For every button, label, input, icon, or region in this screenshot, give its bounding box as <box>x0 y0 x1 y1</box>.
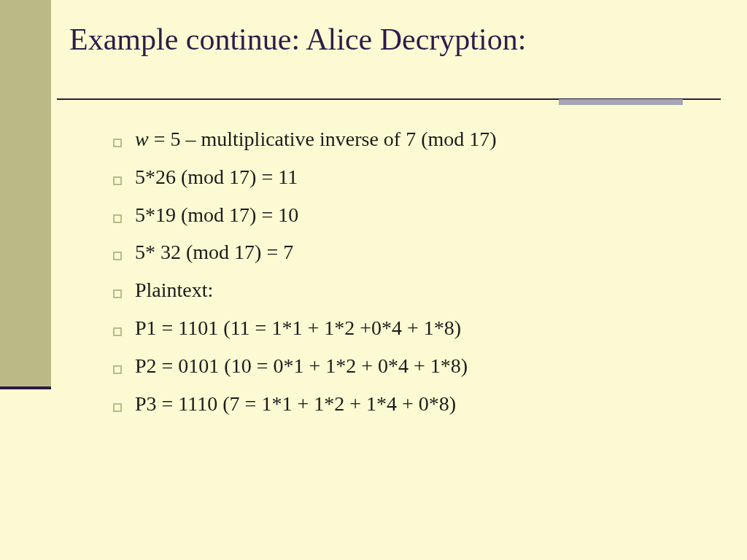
bullet-square-icon <box>113 176 122 185</box>
bullet-square-icon <box>113 252 122 260</box>
bullet-text: 5*26 (mod 17) = 11 <box>135 163 298 191</box>
list-item: 5*26 (mod 17) = 11 <box>113 163 497 191</box>
bullet-square-icon <box>113 289 122 298</box>
left-sidebar-decoration <box>0 0 51 386</box>
bullet-square-icon <box>113 139 122 147</box>
list-item: P3 = 1110 (7 = 1*1 + 1*2 + 1*4 + 0*8) <box>113 390 497 418</box>
bullet-text: 5* 32 (mod 17) = 7 <box>135 238 293 266</box>
bullet-text: P2 = 0101 (10 = 0*1 + 1*2 + 0*4 + 1*8) <box>135 352 468 380</box>
bullet-text: P1 = 1101 (11 = 1*1 + 1*2 +0*4 + 1*8) <box>135 314 461 342</box>
list-item: P1 = 1101 (11 = 1*1 + 1*2 +0*4 + 1*8) <box>113 314 497 342</box>
list-item: P2 = 0101 (10 = 0*1 + 1*2 + 0*4 + 1*8) <box>113 352 497 380</box>
slide-title: Example continue: Alice Decryption: <box>69 22 526 57</box>
bullet-text: 5*19 (mod 17) = 10 <box>135 201 298 229</box>
list-item: 5*19 (mod 17) = 10 <box>113 201 497 229</box>
bullet-list: w = 5 – multiplicative inverse of 7 (mod… <box>113 125 497 427</box>
list-item: Plaintext: <box>113 276 497 304</box>
bullet-square-icon <box>113 403 122 412</box>
title-underline-accent <box>559 99 683 105</box>
bullet-square-icon <box>113 365 122 374</box>
bullet-text: P3 = 1110 (7 = 1*1 + 1*2 + 1*4 + 0*8) <box>135 390 456 418</box>
bullet-square-icon <box>113 214 122 223</box>
list-item: 5* 32 (mod 17) = 7 <box>113 238 497 266</box>
left-dash-decoration <box>0 386 51 389</box>
list-item: w = 5 – multiplicative inverse of 7 (mod… <box>113 125 497 153</box>
bullet-square-icon <box>113 327 122 336</box>
bullet-text: w = 5 – multiplicative inverse of 7 (mod… <box>135 125 497 153</box>
bullet-text: Plaintext: <box>135 276 213 304</box>
